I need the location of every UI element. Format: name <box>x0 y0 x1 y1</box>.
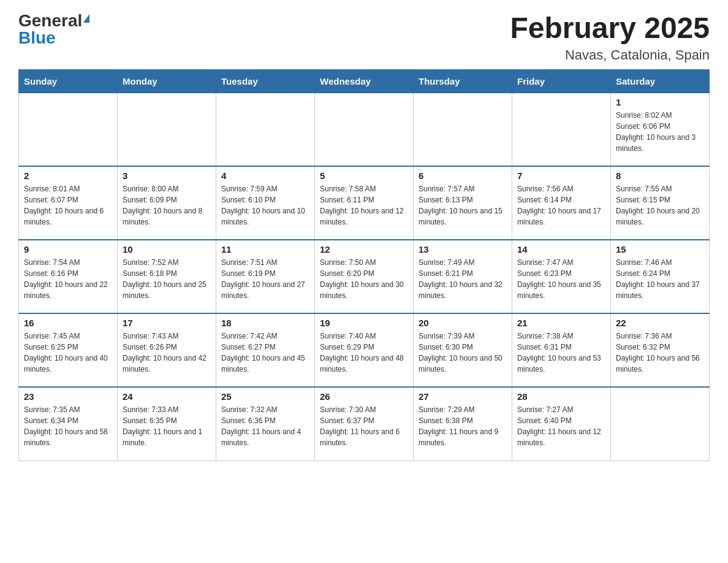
calendar-week-row: 23Sunrise: 7:35 AM Sunset: 6:34 PM Dayli… <box>19 387 710 461</box>
day-number: 4 <box>221 170 309 181</box>
day-number: 16 <box>24 318 112 328</box>
calendar-table: SundayMondayTuesdayWednesdayThursdayFrid… <box>18 69 710 461</box>
calendar-cell: 10Sunrise: 7:52 AM Sunset: 6:18 PM Dayli… <box>118 240 216 313</box>
day-info: Sunrise: 7:38 AM Sunset: 6:31 PM Dayligh… <box>517 331 605 375</box>
day-number: 19 <box>320 318 408 328</box>
weekday-header-tuesday: Tuesday <box>216 69 315 93</box>
calendar-cell <box>611 387 710 461</box>
day-info: Sunrise: 7:36 AM Sunset: 6:32 PM Dayligh… <box>616 331 704 375</box>
calendar-cell: 28Sunrise: 7:27 AM Sunset: 6:40 PM Dayli… <box>512 387 611 461</box>
day-number: 22 <box>616 318 704 328</box>
day-info: Sunrise: 7:27 AM Sunset: 6:40 PM Dayligh… <box>517 404 605 448</box>
day-info: Sunrise: 7:42 AM Sunset: 6:27 PM Dayligh… <box>221 331 309 375</box>
day-info: Sunrise: 7:45 AM Sunset: 6:25 PM Dayligh… <box>24 331 112 375</box>
calendar-cell: 19Sunrise: 7:40 AM Sunset: 6:29 PM Dayli… <box>315 313 414 387</box>
month-title: February 2025 <box>510 12 710 45</box>
day-info: Sunrise: 8:02 AM Sunset: 6:06 PM Dayligh… <box>616 110 704 154</box>
calendar-cell: 25Sunrise: 7:32 AM Sunset: 6:36 PM Dayli… <box>216 387 315 461</box>
calendar-cell <box>512 93 611 166</box>
day-info: Sunrise: 7:46 AM Sunset: 6:24 PM Dayligh… <box>616 257 704 301</box>
calendar-cell: 2Sunrise: 8:01 AM Sunset: 6:07 PM Daylig… <box>19 166 118 240</box>
calendar-cell: 3Sunrise: 8:00 AM Sunset: 6:09 PM Daylig… <box>118 166 216 240</box>
calendar-week-row: 2Sunrise: 8:01 AM Sunset: 6:07 PM Daylig… <box>19 166 710 240</box>
day-number: 14 <box>517 244 605 255</box>
weekday-header-saturday: Saturday <box>611 69 710 93</box>
day-info: Sunrise: 7:57 AM Sunset: 6:13 PM Dayligh… <box>419 183 507 228</box>
calendar-cell: 15Sunrise: 7:46 AM Sunset: 6:24 PM Dayli… <box>611 240 710 313</box>
day-info: Sunrise: 8:00 AM Sunset: 6:09 PM Dayligh… <box>123 183 211 228</box>
calendar-week-row: 9Sunrise: 7:54 AM Sunset: 6:16 PM Daylig… <box>19 240 710 313</box>
day-info: Sunrise: 7:47 AM Sunset: 6:23 PM Dayligh… <box>517 257 605 301</box>
weekday-header-thursday: Thursday <box>414 69 512 93</box>
day-info: Sunrise: 7:49 AM Sunset: 6:21 PM Dayligh… <box>419 257 507 301</box>
title-block: February 2025 Navas, Catalonia, Spain <box>510 12 710 63</box>
weekday-header-wednesday: Wednesday <box>315 69 414 93</box>
day-number: 25 <box>221 391 309 402</box>
calendar-cell: 21Sunrise: 7:38 AM Sunset: 6:31 PM Dayli… <box>512 313 611 387</box>
calendar-body: 1Sunrise: 8:02 AM Sunset: 6:06 PM Daylig… <box>19 93 710 461</box>
day-number: 23 <box>24 391 112 402</box>
calendar-week-row: 16Sunrise: 7:45 AM Sunset: 6:25 PM Dayli… <box>19 313 710 387</box>
weekday-header-friday: Friday <box>512 69 611 93</box>
day-number: 3 <box>123 170 211 181</box>
day-number: 2 <box>24 170 112 181</box>
logo: General Blue <box>18 12 89 47</box>
day-number: 8 <box>616 170 704 181</box>
calendar-cell: 6Sunrise: 7:57 AM Sunset: 6:13 PM Daylig… <box>414 166 512 240</box>
page-header: General Blue February 2025 Navas, Catalo… <box>18 12 710 63</box>
day-info: Sunrise: 7:51 AM Sunset: 6:19 PM Dayligh… <box>221 257 309 301</box>
calendar-cell <box>118 93 216 166</box>
day-number: 6 <box>419 170 507 181</box>
day-number: 5 <box>320 170 408 181</box>
calendar-cell <box>315 93 414 166</box>
day-number: 7 <box>517 170 605 181</box>
calendar-cell: 18Sunrise: 7:42 AM Sunset: 6:27 PM Dayli… <box>216 313 315 387</box>
day-number: 10 <box>123 244 211 255</box>
calendar-cell: 1Sunrise: 8:02 AM Sunset: 6:06 PM Daylig… <box>611 93 710 166</box>
calendar-week-row: 1Sunrise: 8:02 AM Sunset: 6:06 PM Daylig… <box>19 93 710 166</box>
day-number: 27 <box>419 391 507 402</box>
location-subtitle: Navas, Catalonia, Spain <box>510 47 710 63</box>
calendar-cell: 27Sunrise: 7:29 AM Sunset: 6:38 PM Dayli… <box>414 387 512 461</box>
calendar-cell: 13Sunrise: 7:49 AM Sunset: 6:21 PM Dayli… <box>414 240 512 313</box>
day-info: Sunrise: 7:39 AM Sunset: 6:30 PM Dayligh… <box>419 331 507 375</box>
calendar-cell <box>414 93 512 166</box>
calendar-cell: 26Sunrise: 7:30 AM Sunset: 6:37 PM Dayli… <box>315 387 414 461</box>
day-number: 11 <box>221 244 309 255</box>
calendar-cell <box>216 93 315 166</box>
day-number: 28 <box>517 391 605 402</box>
day-info: Sunrise: 7:33 AM Sunset: 6:35 PM Dayligh… <box>123 404 211 448</box>
calendar-cell: 9Sunrise: 7:54 AM Sunset: 6:16 PM Daylig… <box>19 240 118 313</box>
calendar-cell: 14Sunrise: 7:47 AM Sunset: 6:23 PM Dayli… <box>512 240 611 313</box>
calendar-cell: 8Sunrise: 7:55 AM Sunset: 6:15 PM Daylig… <box>611 166 710 240</box>
calendar-cell: 7Sunrise: 7:56 AM Sunset: 6:14 PM Daylig… <box>512 166 611 240</box>
day-number: 18 <box>221 318 309 328</box>
logo-general-text: General <box>18 12 82 29</box>
calendar-cell: 17Sunrise: 7:43 AM Sunset: 6:26 PM Dayli… <box>118 313 216 387</box>
logo-triangle-icon <box>83 14 89 23</box>
calendar-cell: 20Sunrise: 7:39 AM Sunset: 6:30 PM Dayli… <box>414 313 512 387</box>
day-number: 17 <box>123 318 211 328</box>
day-info: Sunrise: 7:35 AM Sunset: 6:34 PM Dayligh… <box>24 404 112 448</box>
day-info: Sunrise: 7:40 AM Sunset: 6:29 PM Dayligh… <box>320 331 408 375</box>
day-number: 13 <box>419 244 507 255</box>
day-number: 12 <box>320 244 408 255</box>
day-number: 24 <box>123 391 211 402</box>
calendar-cell: 11Sunrise: 7:51 AM Sunset: 6:19 PM Dayli… <box>216 240 315 313</box>
day-number: 21 <box>517 318 605 328</box>
calendar-cell: 12Sunrise: 7:50 AM Sunset: 6:20 PM Dayli… <box>315 240 414 313</box>
day-info: Sunrise: 7:59 AM Sunset: 6:10 PM Dayligh… <box>221 183 309 228</box>
day-number: 1 <box>616 97 704 107</box>
day-info: Sunrise: 7:50 AM Sunset: 6:20 PM Dayligh… <box>320 257 408 301</box>
day-number: 9 <box>24 244 112 255</box>
day-number: 20 <box>419 318 507 328</box>
day-number: 15 <box>616 244 704 255</box>
calendar-cell: 4Sunrise: 7:59 AM Sunset: 6:10 PM Daylig… <box>216 166 315 240</box>
day-info: Sunrise: 7:56 AM Sunset: 6:14 PM Dayligh… <box>517 183 605 228</box>
calendar-cell: 22Sunrise: 7:36 AM Sunset: 6:32 PM Dayli… <box>611 313 710 387</box>
calendar-header: SundayMondayTuesdayWednesdayThursdayFrid… <box>19 69 710 93</box>
weekday-header-sunday: Sunday <box>19 69 118 93</box>
day-info: Sunrise: 7:29 AM Sunset: 6:38 PM Dayligh… <box>419 404 507 448</box>
day-info: Sunrise: 7:52 AM Sunset: 6:18 PM Dayligh… <box>123 257 211 301</box>
calendar-cell: 5Sunrise: 7:58 AM Sunset: 6:11 PM Daylig… <box>315 166 414 240</box>
